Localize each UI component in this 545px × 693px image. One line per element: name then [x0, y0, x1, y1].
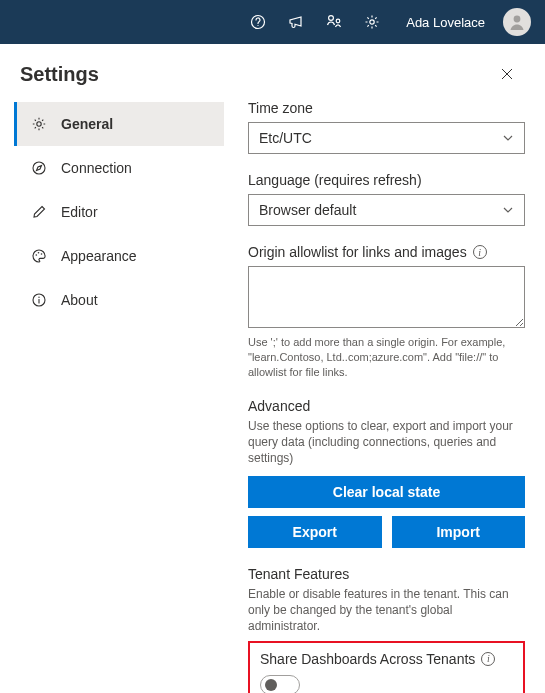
svg-point-3 — [336, 19, 340, 23]
origin-allowlist-label: Origin allowlist for links and images i — [248, 244, 525, 260]
language-value: Browser default — [259, 202, 356, 218]
timezone-select[interactable]: Etc/UTC — [248, 122, 525, 154]
info-icon[interactable]: i — [481, 652, 495, 666]
timezone-label: Time zone — [248, 100, 525, 116]
nav-label: About — [61, 292, 98, 308]
tenant-section: Tenant Features Enable or disable featur… — [248, 566, 525, 635]
gear-icon — [31, 116, 47, 132]
compass-icon — [31, 160, 47, 176]
origin-allowlist-input[interactable] — [248, 266, 525, 328]
export-button[interactable]: Export — [248, 516, 382, 548]
svg-point-10 — [41, 253, 43, 255]
announcement-icon[interactable] — [286, 12, 306, 32]
timezone-section: Time zone Etc/UTC — [248, 100, 525, 154]
tenant-heading: Tenant Features — [248, 566, 525, 582]
tenant-helper: Enable or disable features in the tenant… — [248, 586, 525, 635]
language-label: Language (requires refresh) — [248, 172, 525, 188]
chevron-down-icon — [502, 204, 514, 216]
toggle-knob — [265, 679, 277, 691]
nav-label: Appearance — [61, 248, 137, 264]
origin-allowlist-helper: Use ';' to add more than a single origin… — [248, 335, 525, 380]
nav-item-appearance[interactable]: Appearance — [14, 234, 224, 278]
settings-panel: Settings General — [0, 44, 545, 693]
clear-local-state-button[interactable]: Clear local state — [248, 476, 525, 508]
help-icon[interactable] — [248, 12, 268, 32]
share-dashboards-label: Share Dashboards Across Tenants i — [260, 651, 513, 667]
svg-point-9 — [38, 252, 40, 254]
advanced-section: Advanced Use these options to clear, exp… — [248, 398, 525, 549]
svg-point-1 — [258, 25, 259, 26]
timezone-value: Etc/UTC — [259, 130, 312, 146]
nav-label: General — [61, 116, 113, 132]
app-header: Ada Lovelace — [0, 0, 545, 44]
svg-point-4 — [370, 20, 374, 24]
language-select[interactable]: Browser default — [248, 194, 525, 226]
svg-point-12 — [38, 297, 39, 298]
svg-point-6 — [37, 122, 41, 126]
nav-item-about[interactable]: About — [14, 278, 224, 322]
import-button[interactable]: Import — [392, 516, 526, 548]
language-section: Language (requires refresh) Browser defa… — [248, 172, 525, 226]
close-icon[interactable] — [495, 62, 519, 86]
nav-item-connection[interactable]: Connection — [14, 146, 224, 190]
panel-title: Settings — [20, 63, 99, 86]
info-icon[interactable]: i — [473, 245, 487, 259]
info-icon — [31, 292, 47, 308]
pencil-icon — [31, 204, 47, 220]
avatar[interactable] — [503, 8, 531, 36]
settings-icon[interactable] — [362, 12, 382, 32]
svg-point-2 — [329, 16, 334, 21]
svg-point-8 — [36, 254, 38, 256]
palette-icon — [31, 248, 47, 264]
nav-label: Editor — [61, 204, 98, 220]
feedback-icon[interactable] — [324, 12, 344, 32]
svg-point-7 — [33, 162, 45, 174]
origin-allowlist-section: Origin allowlist for links and images i … — [248, 244, 525, 380]
nav-label: Connection — [61, 160, 132, 176]
chevron-down-icon — [502, 132, 514, 144]
share-dashboards-callout: Share Dashboards Across Tenants i — [248, 641, 525, 693]
settings-nav: General Connection Editor — [14, 100, 224, 693]
user-name[interactable]: Ada Lovelace — [406, 15, 485, 30]
settings-content: Time zone Etc/UTC Language (requires ref… — [224, 100, 525, 693]
svg-point-5 — [514, 16, 521, 23]
share-dashboards-toggle[interactable] — [260, 675, 300, 693]
advanced-heading: Advanced — [248, 398, 525, 414]
nav-item-general[interactable]: General — [14, 102, 224, 146]
nav-item-editor[interactable]: Editor — [14, 190, 224, 234]
advanced-helper: Use these options to clear, export and i… — [248, 418, 525, 467]
